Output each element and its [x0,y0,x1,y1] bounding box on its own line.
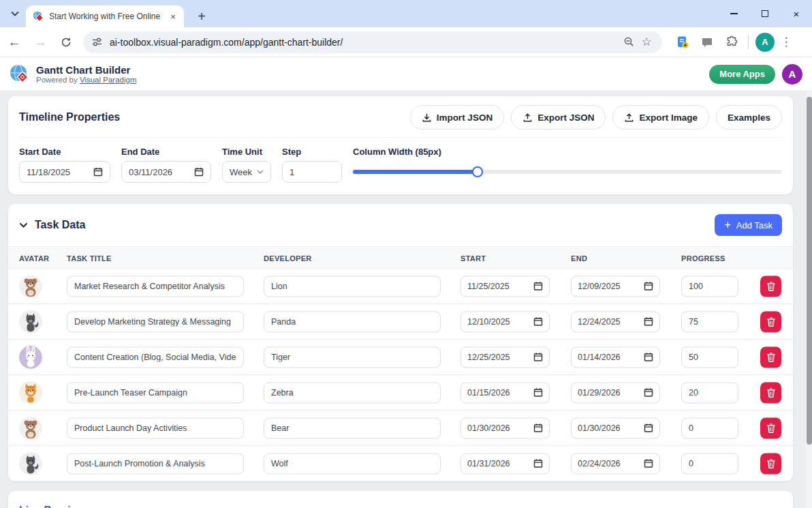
app-content: Timeline Properties Import JSON Export J… [0,91,812,508]
delete-task-button[interactable] [760,453,781,474]
window-maximize-button[interactable] [749,0,781,27]
browser-tab[interactable]: Start Working with Free Online × [26,5,184,27]
tab-close-button[interactable]: × [168,11,178,22]
upload-icon [522,113,533,123]
puzzle-icon [725,35,738,48]
tab-search-button[interactable] [5,4,25,23]
task-title-input[interactable] [67,346,244,368]
add-task-button[interactable]: + Add Task [715,214,782,236]
trash-icon [766,316,776,327]
start-date-input[interactable]: 01/15/2026 [460,382,550,403]
task-title-input[interactable] [67,417,244,438]
slider-thumb[interactable] [472,166,483,177]
forward-button[interactable]: → [29,31,52,54]
end-date-input[interactable]: 02/24/2026 [571,453,660,474]
progress-input[interactable] [681,275,738,297]
step-label: Step [282,147,342,157]
end-date-input[interactable]: 12/24/2025 [571,311,660,332]
calendar-icon [644,423,653,433]
calendar-icon [533,388,543,398]
end-date-input[interactable]: 12/09/2025 [571,275,660,297]
start-date-input[interactable]: 11/18/2025 [19,161,110,183]
reload-button[interactable] [54,31,78,54]
start-date-label: Start Date [19,147,110,157]
task-rows: 11/25/202512/09/202512/10/202512/24/2025… [8,269,793,481]
extensions-area: A ⋮ [670,31,795,53]
column-width-slider[interactable] [353,170,782,174]
time-unit-select[interactable]: Week [222,161,271,183]
delete-task-button[interactable] [760,311,781,332]
developer-input[interactable] [264,453,441,474]
progress-input[interactable] [681,346,738,368]
visual-paradigm-link[interactable]: Visual Paradigm [80,76,137,84]
back-button[interactable]: ← [3,31,26,54]
export-image-button[interactable]: Export Image [612,105,709,130]
column-header-start: START [460,247,486,269]
browser-menu-button[interactable]: ⋮ [777,35,795,49]
developer-input[interactable] [264,417,441,438]
download-icon [422,113,432,123]
end-date-input[interactable]: 01/14/2026 [571,346,660,368]
wolf-avatar-icon [19,452,42,475]
end-date-label: End Date [121,147,211,157]
docs-extension-button[interactable] [672,31,693,53]
task-row: 01/31/202602/24/2026 [8,446,793,481]
bear-avatar-icon [19,275,42,298]
visual-paradigm-logo-icon[interactable] [10,64,30,85]
new-tab-button[interactable]: + [192,7,211,26]
step-input[interactable] [282,161,342,183]
end-date-input[interactable]: 01/30/2026 [571,417,660,438]
developer-input[interactable] [264,275,441,297]
powered-by: Powered by Visual Paradigm [36,76,136,84]
examples-button[interactable]: Examples [716,105,782,130]
delete-task-button[interactable] [760,346,781,368]
scrollbar-thumb[interactable] [807,97,812,445]
progress-input[interactable] [681,453,738,474]
address-bar[interactable]: ai-toolbox.visual-paradigm.com/app/gantt… [83,31,662,53]
extensions-button[interactable] [721,31,743,53]
start-date-input[interactable]: 11/25/2025 [460,275,550,297]
progress-input[interactable] [681,382,738,403]
delete-task-button[interactable] [760,382,781,403]
calendar-icon [644,282,653,291]
column-header-developer: DEVELOPER [264,247,312,269]
progress-input[interactable] [681,311,738,332]
end-date-input[interactable]: 01/29/2026 [571,382,660,403]
collapse-chevron-icon[interactable] [19,222,28,228]
calendar-icon [194,167,204,177]
export-json-button[interactable]: Export JSON [511,105,606,130]
window-close-button[interactable]: × [781,0,812,27]
slider-fill [353,170,478,174]
start-date-input[interactable]: 12/25/2025 [460,346,550,368]
task-title-input[interactable] [67,275,244,297]
start-date-input[interactable]: 01/30/2026 [460,417,550,438]
import-json-button[interactable]: Import JSON [410,105,505,130]
toolbar-separator [748,35,749,49]
comment-extension-button[interactable] [696,31,718,53]
window-minimize-button[interactable] [718,0,749,27]
url-text: ai-toolbox.visual-paradigm.com/app/gantt… [110,37,620,48]
progress-input[interactable] [681,417,738,438]
user-avatar[interactable]: A [782,64,802,85]
delete-task-button[interactable] [760,275,781,297]
trash-icon [766,387,776,398]
developer-input[interactable] [264,311,441,332]
more-apps-button[interactable]: More Apps [709,65,775,84]
developer-input[interactable] [264,382,441,403]
task-title-input[interactable] [67,382,244,403]
task-title-input[interactable] [67,453,244,474]
calendar-icon [533,353,543,362]
zoom-out-button[interactable] [620,33,638,51]
developer-input[interactable] [264,346,441,368]
bookmark-star-button[interactable]: ☆ [638,33,655,51]
delete-task-button[interactable] [760,417,781,438]
end-date-input[interactable]: 03/11/2026 [121,161,211,183]
tab-title: Start Working with Free Online [49,12,168,21]
browser-profile-avatar[interactable]: A [755,33,775,52]
browser-window: Start Working with Free Online × + × ← →… [0,0,812,508]
start-date-input[interactable]: 01/31/2026 [460,453,550,474]
site-settings-icon [91,36,103,48]
task-title-input[interactable] [67,311,244,332]
start-date-input[interactable]: 12/10/2025 [460,311,550,332]
maximize-icon [762,10,768,17]
